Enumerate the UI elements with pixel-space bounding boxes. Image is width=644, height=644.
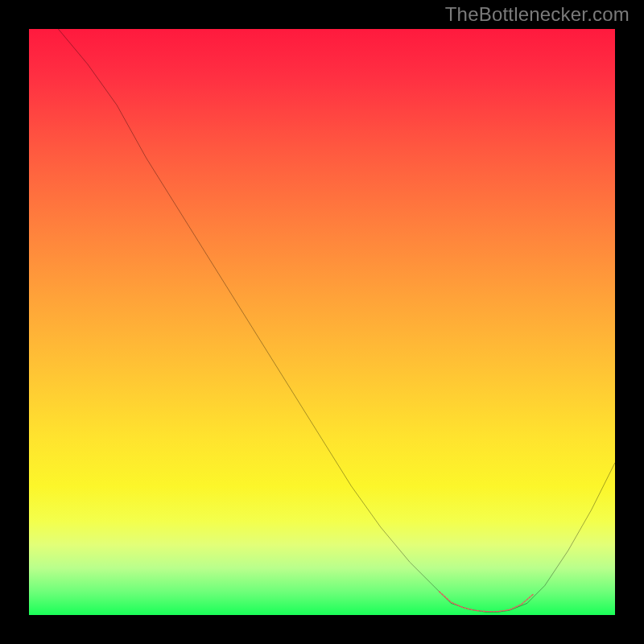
chart-svg [29, 29, 615, 615]
optimal-range-marker-path [440, 592, 533, 612]
chart-plot-area [29, 29, 615, 615]
bottleneck-curve-path [58, 29, 615, 612]
attribution-text: TheBottlenecker.com [445, 3, 630, 26]
